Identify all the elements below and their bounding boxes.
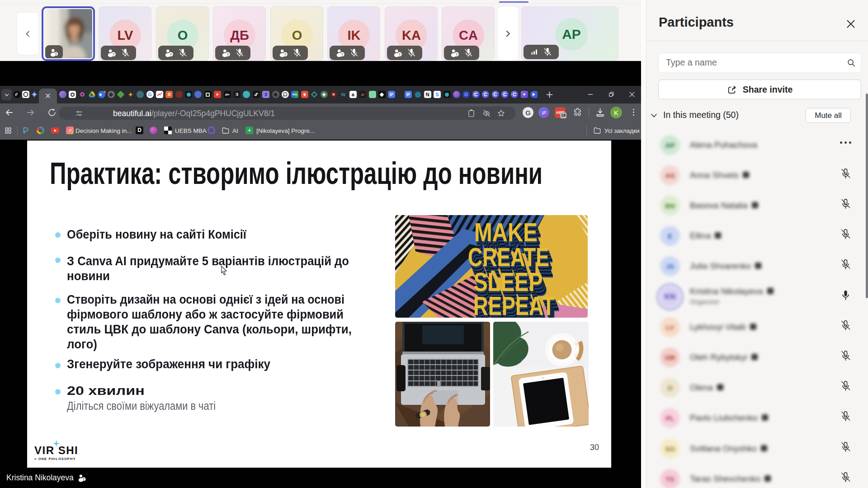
- svg-text:REPEAT: REPEAT: [473, 291, 555, 318]
